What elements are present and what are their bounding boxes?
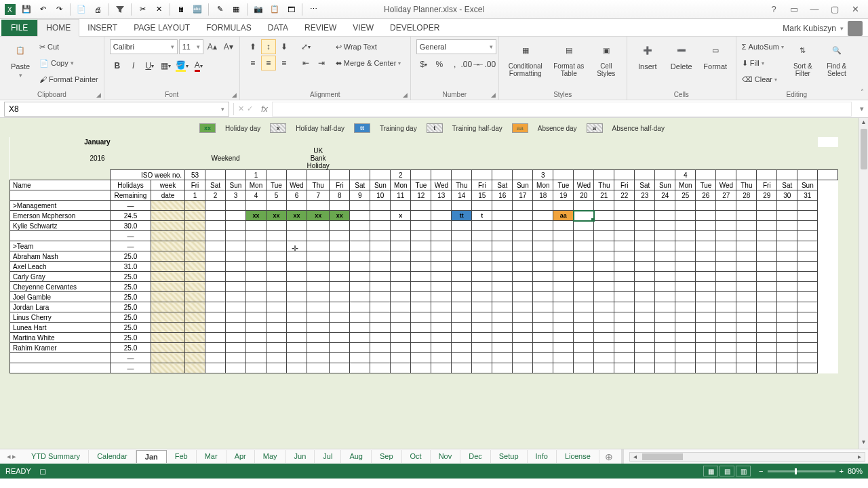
dialog-launcher-icon[interactable]: ◢ (403, 92, 408, 98)
accept-formula-icon[interactable]: ✓ (247, 104, 253, 113)
wrap-text-button[interactable]: ↩Wrap Text (336, 39, 401, 54)
expand-formula-icon[interactable]: ▾ (856, 104, 868, 113)
find-select-button[interactable]: 🔍Find & Select (822, 39, 852, 77)
tab-split-handle[interactable] (621, 449, 624, 464)
sheet-tab[interactable]: Dec (460, 450, 491, 463)
zoom-in-icon[interactable]: + (840, 467, 844, 475)
collapse-ribbon-icon[interactable]: ˄ (861, 88, 864, 96)
dec-indent-icon[interactable]: ⇤ (298, 56, 313, 70)
dialog-launcher-icon[interactable]: ◢ (491, 92, 496, 98)
font-name-combo[interactable]: Calibri▾ (110, 39, 178, 54)
align-left-icon[interactable]: ≡ (245, 56, 260, 70)
number-format-combo[interactable]: General▾ (416, 39, 496, 54)
sheet-tab[interactable]: YTD Summary (23, 450, 89, 463)
sheet-tab[interactable]: Info (528, 450, 557, 463)
tab-review[interactable]: REVIEW (296, 20, 344, 36)
zoom-slider[interactable] (768, 470, 835, 472)
page-layout-view-icon[interactable]: ▤ (719, 466, 734, 476)
formula-input[interactable] (272, 102, 852, 117)
sheet-tab[interactable]: Apr (226, 450, 255, 463)
delete-cells-button[interactable]: ➖Delete (667, 39, 696, 70)
calendar-grid[interactable]: January2016WeekendUK Bank HolidayISO wee… (9, 137, 838, 373)
font-size-combo[interactable]: 11▾ (179, 39, 203, 54)
tab-developer[interactable]: DEVELOPER (382, 20, 448, 36)
avatar[interactable] (848, 21, 863, 36)
cut-button[interactable]: ✂Cut (39, 39, 98, 54)
maximize-icon[interactable]: ▢ (825, 2, 845, 17)
sheet-tab[interactable]: Nov (431, 450, 461, 463)
qat-icon[interactable]: ⋯ (306, 2, 321, 17)
redo-icon[interactable]: ↷ (52, 2, 66, 17)
fill-color-button[interactable]: 🪣▾ (175, 58, 190, 73)
add-sheet-button[interactable]: ⊕ (599, 449, 618, 464)
underline-button[interactable]: U▾ (142, 58, 157, 73)
format-cells-button[interactable]: ▭Format (701, 39, 730, 70)
vertical-scrollbar[interactable]: ▴ ▾ (859, 118, 868, 449)
sheet-tab[interactable]: Jan (136, 450, 167, 463)
qat-icon[interactable]: 🖩 (174, 2, 189, 17)
sheet-tab[interactable]: Feb (167, 450, 197, 463)
name-box[interactable]: X8▾ (4, 102, 229, 117)
sheet-tab[interactable]: Sep (372, 450, 402, 463)
horizontal-scrollbar[interactable]: ◂ ▸ (629, 452, 865, 462)
macro-record-icon[interactable]: ▢ (39, 467, 46, 476)
autosum-button[interactable]: ΣAutoSum▾ (742, 39, 784, 54)
align-middle-icon[interactable]: ↕ (261, 39, 276, 54)
inc-indent-icon[interactable]: ⇥ (314, 56, 329, 70)
dec-decimal-icon[interactable]: ←.00 (479, 57, 494, 72)
sheet-tab[interactable]: Aug (341, 450, 372, 463)
qat-icon[interactable]: 🖨 (90, 2, 105, 17)
cell-styles-button[interactable]: ▣Cell Styles (591, 39, 621, 77)
tab-file[interactable]: FILE (1, 20, 37, 36)
clear-button[interactable]: ⌫Clear▾ (742, 72, 784, 87)
copy-button[interactable]: 📄Copy▾ (39, 56, 98, 70)
sheet-tab[interactable]: May (255, 450, 286, 463)
save-icon[interactable]: 💾 (19, 2, 34, 17)
sheet-tab[interactable]: Jul (315, 450, 341, 463)
shrink-font-icon[interactable]: A▾ (221, 39, 236, 54)
grow-font-icon[interactable]: A▴ (205, 39, 220, 54)
qat-icon[interactable]: ✕ (151, 2, 166, 17)
sheet-tab[interactable]: Jun (286, 450, 315, 463)
percent-icon[interactable]: % (432, 57, 447, 72)
align-bottom-icon[interactable]: ⬇ (277, 39, 292, 54)
hscroll-right-icon[interactable]: ▸ (854, 453, 865, 460)
align-center-icon[interactable]: ≡ (261, 56, 276, 70)
qat-icon[interactable]: 🗔 (283, 2, 298, 17)
align-top-icon[interactable]: ⬆ (245, 39, 260, 54)
accounting-icon[interactable]: $▾ (416, 57, 431, 72)
scroll-down-icon[interactable]: ▾ (859, 438, 868, 449)
sheet-tab[interactable]: License (557, 450, 599, 463)
user-name[interactable]: Mark Kubiszyn (783, 24, 836, 33)
hscroll-left-icon[interactable]: ◂ (630, 453, 641, 460)
camera-icon[interactable]: 📷 (251, 2, 266, 17)
zoom-out-icon[interactable]: − (759, 467, 763, 475)
paste-button[interactable]: 📋 Paste▾ (5, 39, 35, 79)
tab-page-layout[interactable]: PAGE LAYOUT (125, 20, 198, 36)
sheet-tab[interactable]: Calendar (89, 450, 136, 463)
qat-icon[interactable]: ✂ (135, 2, 150, 17)
align-right-icon[interactable]: ≡ (277, 56, 292, 70)
dialog-launcher-icon[interactable]: ◢ (232, 92, 237, 98)
fill-button[interactable]: ⬇Fill▾ (742, 56, 784, 70)
tab-data[interactable]: DATA (260, 20, 296, 36)
dialog-launcher-icon[interactable]: ◢ (96, 92, 101, 98)
tab-scroll-right-icon[interactable]: ▸ (12, 452, 16, 461)
font-color-button[interactable]: A▾ (191, 58, 206, 73)
orientation-icon[interactable]: ⤢▾ (298, 39, 313, 54)
insert-cells-button[interactable]: ➕Insert (633, 39, 663, 70)
conditional-formatting-button[interactable]: ▦Conditional Formatting (505, 39, 547, 77)
qat-icon[interactable]: ▦ (229, 2, 243, 17)
sheet-tab[interactable]: Setup (491, 450, 528, 463)
page-break-view-icon[interactable]: ▥ (736, 466, 751, 476)
format-painter-button[interactable]: 🖌Format Painter (39, 72, 98, 87)
sheet-tab[interactable]: Oct (402, 450, 431, 463)
qat-icon[interactable]: ✎ (212, 2, 227, 17)
filter-icon[interactable] (113, 2, 127, 17)
scroll-thumb[interactable] (861, 129, 867, 169)
scroll-up-icon[interactable]: ▴ (859, 118, 868, 129)
ribbon-options-icon[interactable]: ▭ (784, 2, 804, 17)
normal-view-icon[interactable]: ▦ (703, 466, 718, 476)
qat-icon[interactable]: 📋 (267, 2, 282, 17)
tab-view[interactable]: VIEW (344, 20, 382, 36)
